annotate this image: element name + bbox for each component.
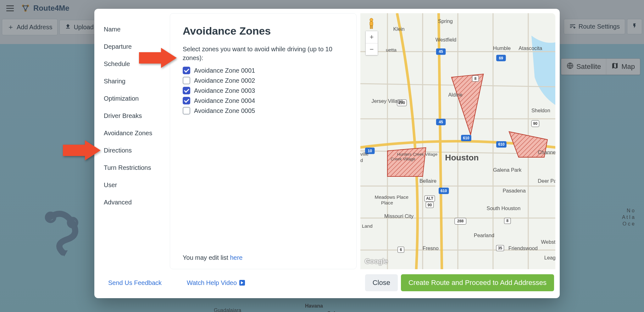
sidebar-item-sharing[interactable]: Sharing <box>94 73 170 90</box>
zone-row: Avoidance Zone 0005 <box>183 107 344 114</box>
svg-text:45: 45 <box>439 49 443 54</box>
sidebar-item-turn-restrictions[interactable]: Turn Restrictions <box>94 159 170 176</box>
zone-list: Avoidance Zone 0001 Avoidance Zone 0002 … <box>183 67 344 114</box>
google-logo: Google <box>365 257 388 265</box>
svg-text:d: d <box>360 158 363 163</box>
svg-text:Place: Place <box>381 200 393 205</box>
svg-text:Westfield: Westfield <box>436 37 457 42</box>
zone-row: Avoidance Zone 0003 <box>183 87 344 94</box>
svg-text:Galena Park: Galena Park <box>493 167 522 173</box>
annotation-arrow-icon <box>63 140 101 162</box>
svg-text:Pearland: Pearland <box>474 232 494 238</box>
zoom-in-button[interactable]: + <box>366 31 378 43</box>
close-button[interactable]: Close <box>365 274 398 291</box>
zone-checkbox[interactable] <box>183 87 190 94</box>
zone-checkbox[interactable] <box>183 107 190 114</box>
panel-description: Select zones you want to avoid while dri… <box>183 45 344 62</box>
svg-text:288: 288 <box>457 219 464 223</box>
svg-text:90: 90 <box>533 121 537 126</box>
svg-text:6: 6 <box>400 248 402 252</box>
svg-text:Pasadena: Pasadena <box>502 188 526 193</box>
svg-text:Webst: Webst <box>541 239 555 245</box>
sidebar-item-optimization[interactable]: Optimization <box>94 90 170 107</box>
sidebar-item-advanced[interactable]: Advanced <box>94 194 170 211</box>
svg-text:Houston: Houston <box>445 153 479 162</box>
svg-text:South Houston: South Houston <box>487 205 521 211</box>
zone-row: Avoidance Zone 0002 <box>183 77 344 84</box>
svg-text:Jersey Village: Jersey Village <box>371 98 403 104</box>
sidebar-item-name[interactable]: Name <box>94 21 170 38</box>
zone-row: Avoidance Zone 0001 <box>183 67 344 74</box>
zone-checkbox[interactable] <box>183 77 190 84</box>
sidebar-item-avoidance-zones[interactable]: Avoidance Zones <box>94 125 170 142</box>
svg-text:Creek Village: Creek Village <box>391 157 415 161</box>
svg-text:Hunters Creek Village: Hunters Creek Village <box>397 152 437 157</box>
svg-text:Bellaire: Bellaire <box>419 178 436 184</box>
annotation-arrow-icon <box>139 48 177 69</box>
zone-checkbox[interactable] <box>183 97 190 104</box>
svg-text:45: 45 <box>439 120 443 124</box>
sidebar-item-user[interactable]: User <box>94 176 170 194</box>
svg-text:Land: Land <box>362 223 373 229</box>
svg-text:Leag: Leag <box>544 255 555 260</box>
watch-help-video-link[interactable]: Watch Help Video <box>187 279 245 287</box>
svg-text:Deer Pa: Deer Pa <box>538 178 555 184</box>
svg-text:35: 35 <box>498 246 502 250</box>
avoidance-zones-panel: Avoidance Zones Select zones you want to… <box>170 13 357 269</box>
svg-text:69: 69 <box>499 56 503 60</box>
create-route-button[interactable]: Create Route and Proceed to Add Addresse… <box>401 274 554 291</box>
svg-text:90: 90 <box>428 203 432 207</box>
edit-list-link[interactable]: here <box>230 254 242 261</box>
zone-checkbox[interactable] <box>183 67 190 74</box>
send-feedback-link[interactable]: Send Us Feedback <box>108 279 162 287</box>
svg-text:Spring: Spring <box>438 18 453 24</box>
svg-text:610: 610 <box>498 142 505 147</box>
svg-text:Humble: Humble <box>493 45 511 51</box>
pegman-icon[interactable] <box>367 18 375 29</box>
play-icon <box>239 280 245 286</box>
svg-text:Fresno: Fresno <box>423 245 439 251</box>
svg-text:ALT: ALT <box>426 196 433 201</box>
sidebar-item-driver-breaks[interactable]: Driver Breaks <box>94 107 170 125</box>
sidebar-item-directions[interactable]: Directions <box>94 142 170 159</box>
svg-text:Aldine: Aldine <box>448 92 462 98</box>
svg-text:Sheldon: Sheldon <box>531 108 550 113</box>
svg-text:8: 8 <box>475 76 477 81</box>
map-zoom-controls: + − <box>365 31 378 55</box>
svg-text:Friendswood: Friendswood <box>508 245 538 251</box>
svg-rect-88 <box>372 26 373 29</box>
panel-edit-note: You may edit list here <box>183 254 344 261</box>
svg-rect-86 <box>370 21 373 26</box>
svg-text:Channel: Channel <box>538 149 555 155</box>
svg-text:ville: ville <box>360 151 369 157</box>
svg-text:8: 8 <box>506 219 508 223</box>
svg-text:Atascocita: Atascocita <box>519 45 542 51</box>
modal-map[interactable]: 45 45 69 10 610 610 610 288 290 90 8 8 6… <box>360 13 555 269</box>
svg-point-85 <box>370 18 373 21</box>
modal-footer: Send Us Feedback Watch Help Video Close … <box>94 272 560 298</box>
zone-row: Avoidance Zone 0004 <box>183 97 344 104</box>
svg-rect-87 <box>370 26 371 29</box>
svg-text:Klein: Klein <box>393 26 404 32</box>
svg-text:610: 610 <box>463 136 469 140</box>
panel-title: Avoidance Zones <box>183 25 344 37</box>
zoom-out-button[interactable]: − <box>366 43 378 55</box>
svg-text:610: 610 <box>441 189 447 193</box>
svg-text:Meadows Place: Meadows Place <box>375 194 408 200</box>
svg-text:Missouri City: Missouri City <box>384 213 414 219</box>
svg-text:uetta: uetta <box>386 47 397 53</box>
